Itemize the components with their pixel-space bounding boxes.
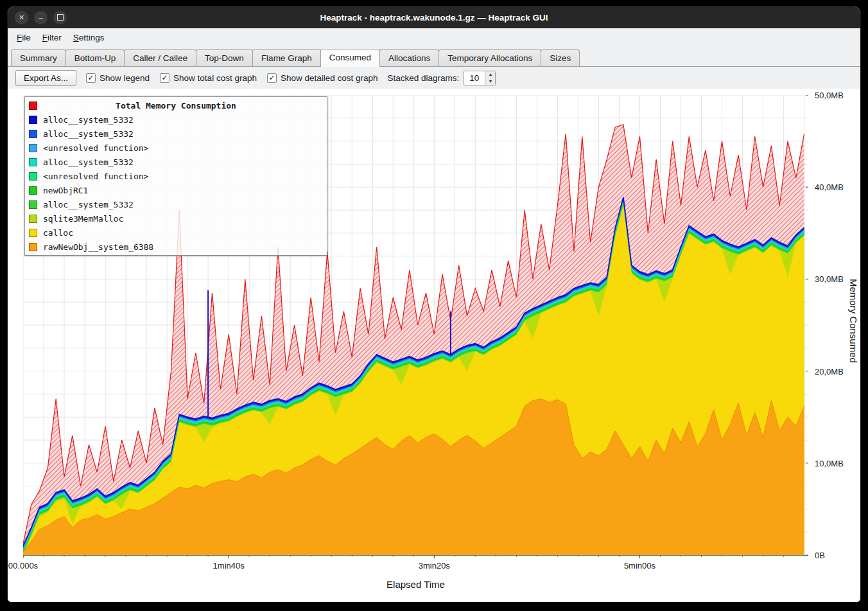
- legend-swatch: [29, 158, 37, 166]
- legend-swatch: [29, 130, 37, 138]
- tab-caller-callee[interactable]: Caller / Callee: [124, 49, 196, 66]
- legend-label: Total Memory Consumption: [43, 101, 309, 111]
- tab-allocations[interactable]: Allocations: [379, 49, 439, 66]
- spin-down-button[interactable]: ▼: [485, 78, 495, 85]
- legend-swatch: [29, 215, 37, 223]
- x-tick-label: 1min40s: [200, 561, 257, 571]
- legend-item: alloc__system_5332: [25, 112, 327, 127]
- spinbox-buttons: ▲ ▼: [485, 71, 495, 85]
- tabbar: SummaryBottom-UpCaller / CalleeTop-DownF…: [8, 46, 860, 67]
- tab-summary[interactable]: Summary: [11, 49, 66, 66]
- spinbox-value: 10: [464, 71, 485, 85]
- legend-item: newObjRC1: [25, 183, 327, 197]
- close-button[interactable]: ✕: [15, 11, 28, 24]
- y-axis-title: Memory Consumed: [848, 279, 859, 363]
- menu-file[interactable]: File: [12, 31, 36, 44]
- legend-label: rawNewObj__system_6388: [43, 242, 153, 252]
- legend-swatch: [29, 172, 37, 181]
- checkbox-label: Show legend: [100, 73, 150, 83]
- legend-label: alloc__system_5332: [43, 157, 134, 167]
- app-window: ✕ – Heaptrack - heaptrack.wakunode.1.gz …: [8, 6, 860, 602]
- tab-sizes[interactable]: Sizes: [541, 49, 580, 66]
- legend-item: sqlite3MemMalloc: [25, 211, 327, 226]
- maximize-button[interactable]: [53, 11, 67, 24]
- legend-label: calloc: [43, 228, 73, 238]
- x-tick-label: 5min00s: [611, 561, 668, 571]
- legend-label: alloc__system_5332: [43, 129, 134, 139]
- x-tick-label: 00.000s: [8, 561, 52, 571]
- toolbar: Export As... ✓Show legend✓Show total cos…: [8, 67, 860, 89]
- checkmark-icon: ✓: [86, 73, 96, 83]
- checkbox-group: ✓Show legend✓Show total cost graph✓Show …: [86, 73, 378, 83]
- export-as-button[interactable]: Export As...: [15, 70, 76, 86]
- stacked-diagrams-spinbox[interactable]: 10 ▲ ▼: [464, 71, 496, 85]
- checkbox-show-total-cost-graph[interactable]: ✓Show total cost graph: [160, 73, 257, 83]
- legend-item: alloc__system_5332: [25, 155, 327, 169]
- legend-label: <unresolved function>: [43, 143, 148, 153]
- checkbox-label: Show detailed cost graph: [281, 73, 378, 83]
- titlebar[interactable]: ✕ – Heaptrack - heaptrack.wakunode.1.gz …: [8, 6, 860, 28]
- legend-swatch: [29, 243, 37, 251]
- legend-label: alloc__system_5332: [43, 200, 134, 209]
- window-title: Heaptrack - heaptrack.wakunode.1.gz — He…: [320, 13, 548, 22]
- chart-legend: Total Memory Consumptionalloc__system_53…: [24, 96, 327, 256]
- legend-swatch: [29, 200, 37, 209]
- x-axis-title: Elapsed Time: [365, 579, 467, 590]
- y-tick-label: 20,0MB: [815, 366, 844, 377]
- x-tick-label: 3min20s: [405, 561, 463, 571]
- window-controls: ✕ –: [15, 6, 67, 28]
- tab-consumed[interactable]: Consumed: [320, 49, 380, 67]
- checkmark-icon: ✓: [160, 73, 169, 83]
- legend-label: sqlite3MemMalloc: [43, 214, 123, 224]
- stacked-diagrams-label: Stacked diagrams:: [388, 73, 460, 83]
- tab-flame-graph[interactable]: Flame Graph: [252, 49, 321, 66]
- checkmark-icon: ✓: [267, 73, 277, 83]
- legend-swatch: [29, 102, 37, 110]
- legend-item: <unresolved function>: [25, 141, 327, 155]
- legend-label: newObjRC1: [43, 186, 88, 195]
- y-tick-label: 0B: [815, 550, 825, 561]
- legend-item: calloc: [25, 226, 327, 240]
- y-tick-label: 40,0MB: [815, 182, 844, 193]
- legend-label: <unresolved function>: [43, 172, 148, 181]
- tab-temporary-allocations[interactable]: Temporary Allocations: [438, 49, 541, 66]
- legend-swatch: [29, 186, 37, 195]
- checkbox-show-legend[interactable]: ✓Show legend: [86, 73, 150, 83]
- menu-settings[interactable]: Settings: [68, 31, 110, 44]
- legend-item: <unresolved function>: [25, 169, 327, 183]
- legend-swatch: [29, 229, 37, 237]
- y-tick-label: 30,0MB: [815, 274, 844, 285]
- checkbox-label: Show total cost graph: [173, 73, 257, 83]
- y-tick-label: 50,0MB: [815, 90, 844, 101]
- menu-filter[interactable]: Filter: [37, 31, 67, 44]
- checkbox-show-detailed-cost-graph[interactable]: ✓Show detailed cost graph: [267, 73, 378, 83]
- legend-label: alloc__system_5332: [43, 115, 134, 125]
- y-tick-label: 10,0MB: [815, 458, 844, 469]
- legend-swatch: [29, 144, 37, 152]
- tab-bottom-up[interactable]: Bottom-Up: [65, 49, 125, 66]
- minimize-button[interactable]: –: [34, 11, 48, 24]
- legend-item: alloc__system_5332: [25, 127, 327, 141]
- legend-item: alloc__system_5332: [25, 197, 327, 211]
- legend-title-row: Total Memory Consumption: [25, 98, 327, 112]
- maximize-icon: [57, 14, 64, 21]
- chart-area: Total Memory Consumptionalloc__system_53…: [8, 89, 860, 602]
- stacked-diagrams-group: Stacked diagrams: 10 ▲ ▼: [388, 71, 496, 85]
- legend-item: rawNewObj__system_6388: [25, 240, 327, 254]
- legend-swatch: [29, 116, 37, 124]
- menubar: FileFilterSettings: [8, 28, 860, 46]
- spin-up-button[interactable]: ▲: [485, 71, 495, 78]
- tab-top-down[interactable]: Top-Down: [196, 49, 253, 66]
